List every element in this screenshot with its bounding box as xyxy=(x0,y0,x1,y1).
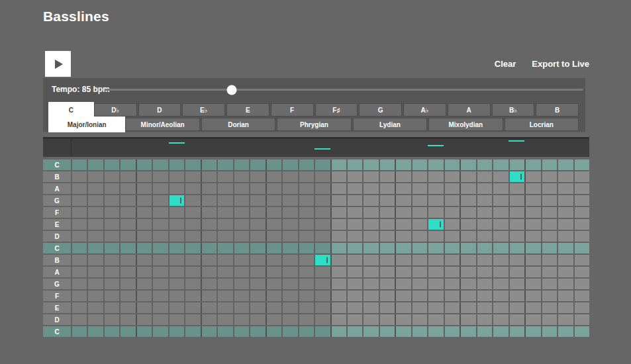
grid-cell[interactable] xyxy=(87,171,103,182)
grid-cell[interactable] xyxy=(249,255,265,265)
grid-cell[interactable] xyxy=(184,302,200,313)
grid-cell[interactable] xyxy=(152,207,168,218)
grid-cell[interactable] xyxy=(103,159,119,170)
grid-cell[interactable] xyxy=(103,219,119,230)
grid-cell[interactable] xyxy=(395,314,411,325)
grid-cell[interactable] xyxy=(298,159,314,170)
grid-cell[interactable] xyxy=(201,195,217,206)
grid-cell[interactable] xyxy=(330,195,346,206)
grid-cell[interactable] xyxy=(71,195,87,206)
grid-cell[interactable] xyxy=(557,171,573,182)
grid-cell[interactable] xyxy=(427,267,443,277)
grid-cell[interactable] xyxy=(460,219,475,230)
grid-cell[interactable] xyxy=(492,207,508,218)
grid-cell[interactable] xyxy=(509,183,524,194)
grid-cell[interactable] xyxy=(298,231,314,242)
grid-cell[interactable] xyxy=(460,195,475,206)
grid-cell[interactable] xyxy=(379,183,395,194)
grid-cell[interactable] xyxy=(87,267,103,277)
grid-cell[interactable] xyxy=(103,207,119,218)
grid-cell[interactable] xyxy=(249,291,265,301)
grid-cell[interactable] xyxy=(119,183,135,194)
grid-cell[interactable] xyxy=(184,207,200,218)
grid-cell[interactable] xyxy=(524,183,540,194)
grid-cell[interactable] xyxy=(444,219,460,230)
grid-cell[interactable] xyxy=(266,326,281,337)
grid-cell[interactable] xyxy=(87,195,103,206)
grid-cell[interactable] xyxy=(281,267,297,277)
grid-cell[interactable] xyxy=(541,291,557,301)
grid-cell[interactable] xyxy=(217,279,232,289)
grid-cell[interactable] xyxy=(217,207,232,218)
grid-cell[interactable] xyxy=(71,267,87,277)
grid-cell[interactable] xyxy=(362,183,378,194)
grid-cell[interactable] xyxy=(87,159,103,170)
grid-cell[interactable] xyxy=(103,302,119,313)
grid-cell[interactable] xyxy=(71,207,87,218)
export-to-live-button[interactable]: Export to Live xyxy=(532,59,589,69)
grid-cell[interactable] xyxy=(71,291,87,301)
key-option[interactable]: C xyxy=(48,102,94,118)
grid-cell[interactable] xyxy=(201,326,217,337)
grid-cell[interactable] xyxy=(266,267,281,277)
grid-cell[interactable] xyxy=(119,279,135,289)
note-cell[interactable] xyxy=(314,255,330,265)
grid-cell[interactable] xyxy=(379,302,395,313)
grid-cell[interactable] xyxy=(557,231,573,242)
grid-cell[interactable] xyxy=(281,255,297,265)
grid-cell[interactable] xyxy=(119,207,135,218)
grid-cell[interactable] xyxy=(362,219,378,230)
grid-cell[interactable] xyxy=(379,219,395,230)
grid-cell[interactable] xyxy=(217,195,232,206)
grid-cell[interactable] xyxy=(266,255,281,265)
grid-cell[interactable] xyxy=(346,219,362,230)
grid-cell[interactable] xyxy=(557,243,573,253)
grid-cell[interactable] xyxy=(87,326,103,337)
grid-cell[interactable] xyxy=(266,302,281,313)
grid-cell[interactable] xyxy=(460,231,475,242)
grid-cell[interactable] xyxy=(476,243,492,253)
grid-cell[interactable] xyxy=(184,267,200,277)
grid-cell[interactable] xyxy=(249,183,265,194)
grid-cell[interactable] xyxy=(411,195,427,206)
grid-cell[interactable] xyxy=(136,243,152,253)
grid-cell[interactable] xyxy=(266,314,281,325)
grid-cell[interactable] xyxy=(573,243,589,253)
grid-cell[interactable] xyxy=(411,219,427,230)
grid-cell[interactable] xyxy=(476,291,492,301)
key-option[interactable]: E♭ xyxy=(182,103,225,116)
grid-cell[interactable] xyxy=(314,219,330,230)
grid-cell[interactable] xyxy=(509,195,524,206)
grid-cell[interactable] xyxy=(201,183,217,194)
grid-cell[interactable] xyxy=(249,171,265,182)
grid-cell[interactable] xyxy=(168,326,184,337)
grid-cell[interactable] xyxy=(395,171,411,182)
grid-cell[interactable] xyxy=(509,231,524,242)
grid-cell[interactable] xyxy=(168,255,184,265)
grid-cell[interactable] xyxy=(201,279,217,289)
grid-cell[interactable] xyxy=(427,255,443,265)
grid-cell[interactable] xyxy=(492,159,508,170)
grid-cell[interactable] xyxy=(427,243,443,253)
grid-cell[interactable] xyxy=(136,207,152,218)
key-option[interactable]: G xyxy=(359,103,402,116)
note-cell[interactable] xyxy=(168,195,184,206)
grid-cell[interactable] xyxy=(152,314,168,325)
grid-cell[interactable] xyxy=(460,243,475,253)
grid-cell[interactable] xyxy=(379,207,395,218)
grid-cell[interactable] xyxy=(136,302,152,313)
grid-cell[interactable] xyxy=(298,291,314,301)
grid-cell[interactable] xyxy=(87,231,103,242)
grid-cell[interactable] xyxy=(379,267,395,277)
grid-cell[interactable] xyxy=(509,291,524,301)
tempo-slider-track[interactable] xyxy=(105,89,583,91)
clear-button[interactable]: Clear xyxy=(495,59,516,69)
grid-cell[interactable] xyxy=(249,267,265,277)
grid-cell[interactable] xyxy=(298,314,314,325)
tempo-slider-thumb[interactable] xyxy=(227,85,237,95)
grid-cell[interactable] xyxy=(573,171,589,182)
grid-cell[interactable] xyxy=(411,326,427,337)
grid-cell[interactable] xyxy=(557,291,573,301)
grid-cell[interactable] xyxy=(541,231,557,242)
grid-cell[interactable] xyxy=(152,291,168,301)
